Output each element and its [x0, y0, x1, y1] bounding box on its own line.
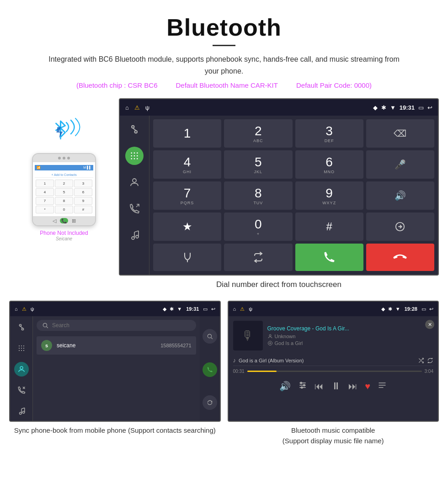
dial-key-call[interactable]	[295, 244, 363, 271]
music-volume-btn[interactable]: 🔊	[279, 381, 291, 392]
pb-sidebar-music[interactable]	[14, 404, 29, 419]
svg-rect-32	[19, 350, 20, 351]
phone-top-bar	[33, 154, 95, 162]
phone-key-7[interactable]: 7	[36, 197, 54, 205]
music-track-list: ♪ God is a Girl (Album Version)	[229, 355, 438, 366]
svg-point-55	[301, 387, 303, 388]
music-favorite-btn[interactable]: ♥	[365, 381, 370, 392]
pb-search-input[interactable]	[52, 322, 191, 329]
dial-key-hash[interactable]: #	[295, 212, 363, 241]
phone-key-hash[interactable]: #	[74, 206, 92, 213]
wifi-icon: ▼	[390, 104, 396, 111]
svg-line-46	[211, 338, 212, 339]
dial-key-4[interactable]: 4 GHI	[153, 150, 221, 179]
music-track-item: ♪ God is a Girl (Album Version)	[233, 355, 434, 366]
sidebar-link-icon[interactable]	[125, 120, 144, 138]
music-status-bar: ⌂ ⚠ ψ ◆ ✱ ▼ 19:28 ▭ ↩	[229, 302, 438, 316]
music-equalizer-btn[interactable]	[298, 381, 307, 392]
pb-home-icon: ⌂	[15, 306, 18, 312]
car-status-right-icons: ◆ ✱ ▼ 19:31 ▭ ↩	[373, 104, 432, 111]
dial-key-merge[interactable]	[153, 244, 221, 271]
phone-status-bar: 📶 M ▌▌	[35, 165, 93, 170]
music-loc-icon: ◆	[381, 306, 385, 312]
phone-key-3[interactable]: 3	[74, 180, 92, 187]
dial-key-2[interactable]: 2 ABC	[224, 119, 292, 148]
dial-key-0[interactable]: 0 +	[224, 212, 292, 241]
dial-key-mute[interactable]: 🎤	[366, 150, 434, 179]
music-screenshot: ⌂ ⚠ ψ ◆ ✱ ▼ 19:28 ▭ ↩ 🎙	[228, 301, 439, 422]
phone-call-button[interactable]: 📞	[60, 218, 68, 223]
dial-num-5: 5	[255, 155, 262, 170]
music-bt-icon: ✱	[388, 306, 392, 312]
dial-key-8[interactable]: 8 TUV	[224, 181, 292, 210]
pb-refresh-action-btn[interactable]	[203, 395, 217, 410]
phone-key-5[interactable]: 5	[55, 188, 73, 196]
dial-key-hangup[interactable]	[366, 244, 434, 271]
dial-key-1[interactable]: 1	[153, 119, 221, 148]
sidebar-call-icon[interactable]	[125, 200, 144, 218]
phone-key-0[interactable]: 0	[55, 206, 73, 213]
svg-line-20	[134, 231, 139, 232]
phone-status-left: 📶	[37, 166, 41, 170]
music-next-btn[interactable]: ⏭	[348, 381, 357, 392]
music-playlist-btn[interactable]	[378, 381, 387, 392]
dial-key-9[interactable]: 9 WXYZ	[295, 181, 363, 210]
phone-key-2[interactable]: 2	[55, 180, 73, 187]
dial-letters-2: ABC	[253, 138, 263, 143]
dial-key-5[interactable]: 5 JKL	[224, 150, 292, 179]
phone-key-star[interactable]: *	[36, 206, 54, 213]
pb-call-action-btn[interactable]	[203, 362, 217, 377]
pb-main: s seicane 15885554271	[33, 316, 200, 422]
sidebar-dialpad-icon[interactable]	[125, 147, 144, 165]
music-play-pause-btn[interactable]: ⏸	[331, 380, 341, 392]
pb-sidebar-link[interactable]	[14, 320, 29, 334]
pb-search-action-btn[interactable]	[203, 329, 217, 344]
svg-line-42	[21, 408, 25, 409]
pb-sidebar-call[interactable]	[14, 383, 29, 398]
pb-sidebar-contacts-active[interactable]	[14, 362, 29, 377]
dial-key-volume[interactable]: 🔊	[366, 181, 434, 210]
svg-point-3	[135, 131, 137, 133]
music-progress-track[interactable]	[247, 371, 422, 372]
phone-key-8[interactable]: 8	[55, 197, 73, 205]
phone-key-9[interactable]: 9	[74, 197, 92, 205]
svg-line-4	[133, 128, 136, 130]
music-caption: Bluetooth music compatible(Support displ…	[228, 422, 439, 447]
backspace-icon: ⌫	[394, 128, 406, 139]
svg-point-48	[268, 341, 272, 345]
dial-num-6: 6	[325, 155, 333, 170]
pb-status-bar: ⌂ ⚠ ψ ◆ ✱ ▼ 19:31 ▭ ↩	[10, 302, 220, 316]
sidebar-music-icon[interactable]	[125, 226, 144, 244]
music-progress-bar: 00:31 3:04	[229, 366, 438, 377]
music-battery-icon: ▭	[421, 306, 426, 312]
dial-key-transfer[interactable]	[366, 212, 434, 241]
pb-contact-number: 15885554271	[160, 343, 191, 348]
svg-rect-27	[21, 345, 22, 346]
music-prev-btn[interactable]: ⏮	[315, 381, 324, 392]
merge-icon	[182, 252, 193, 263]
pb-contact-name: seicane	[57, 342, 156, 349]
seicane-watermark: Seicane	[56, 236, 72, 241]
signal-waves-icon	[64, 116, 85, 138]
pb-sidebar-dialpad[interactable]	[14, 341, 29, 356]
chip-info: (Bluetooth chip : CSR BC6 Default Blueto…	[18, 81, 430, 89]
svg-rect-33	[21, 350, 22, 351]
dial-key-backspace[interactable]: ⌫	[366, 119, 434, 148]
phone-key-6[interactable]: 6	[74, 188, 92, 196]
dial-key-star[interactable]: ★	[153, 212, 221, 241]
home-icon: ⌂	[125, 104, 129, 111]
phonebook-screenshot: ⌂ ⚠ ψ ◆ ✱ ▼ 19:31 ▭ ↩	[9, 301, 221, 422]
sidebar-contacts-icon[interactable]	[125, 173, 144, 191]
dial-letters-8: TUV	[253, 201, 263, 205]
phone-menu-icon: ⊞	[72, 218, 76, 224]
pb-search-bar	[37, 320, 196, 331]
dial-key-6[interactable]: 6 MNO	[295, 150, 363, 179]
phone-key-4[interactable]: 4	[36, 188, 54, 196]
dial-key-3[interactable]: 3 DEF	[295, 119, 363, 148]
phone-key-1[interactable]: 1	[36, 180, 54, 187]
dial-key-7[interactable]: 7 PQRS	[153, 181, 221, 210]
svg-rect-7	[137, 153, 138, 154]
dial-num-1: 1	[184, 126, 191, 141]
pb-time: 19:31	[186, 306, 199, 312]
dial-key-swap[interactable]	[224, 244, 292, 271]
